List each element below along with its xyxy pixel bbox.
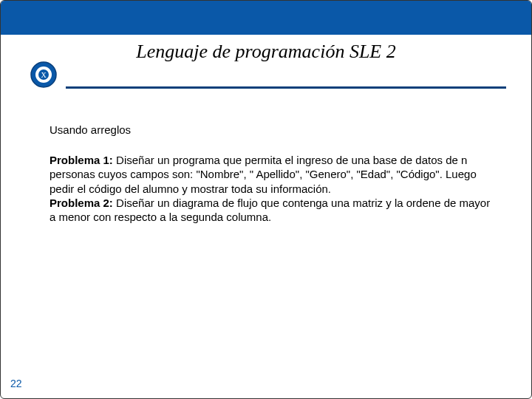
svg-text:X: X [41, 71, 47, 79]
slide: Lenguaje de programación SLE 2 X Usando … [0, 0, 532, 399]
header-area: Lenguaje de programación SLE 2 X [1, 35, 531, 94]
problem1-label: Problema 1: [50, 154, 113, 166]
section-subheading: Usando arreglos [50, 123, 494, 137]
page-title: Lenguaje de programación SLE 2 [1, 41, 531, 63]
problem2-text: Diseñar un diagrama de flujo que conteng… [50, 197, 490, 223]
problems-paragraph: Problema 1: Diseñar un programa que perm… [50, 153, 494, 224]
page-number: 22 [10, 378, 22, 389]
content-body: Usando arreglos Problema 1: Diseñar un p… [50, 123, 494, 224]
problem1-text: Diseñar un programa que permita el ingre… [50, 154, 477, 194]
problem2-label: Problema 2: [50, 197, 113, 209]
header-divider [66, 86, 506, 89]
institution-logo-icon: X [30, 61, 57, 88]
top-bar [1, 1, 531, 35]
